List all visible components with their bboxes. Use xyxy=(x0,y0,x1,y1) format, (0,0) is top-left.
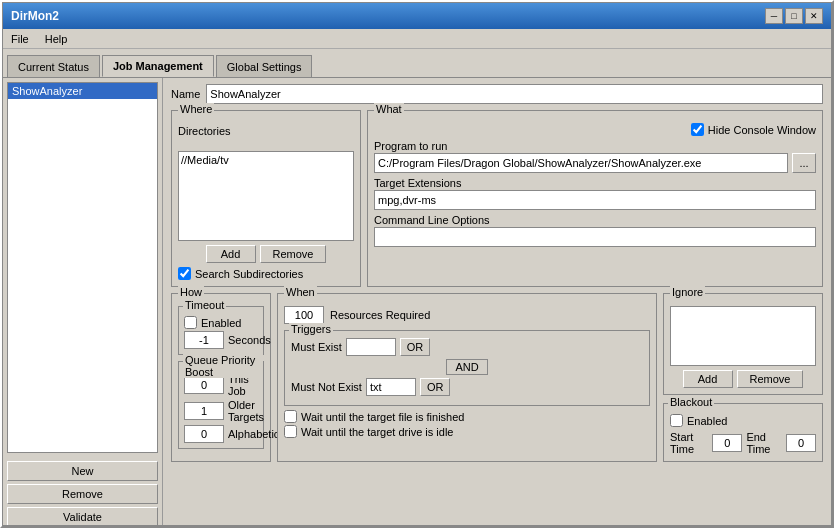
wait-idle-label: Wait until the target drive is idle xyxy=(301,426,453,438)
directories-label: Directories xyxy=(178,125,354,137)
triggers-group: Triggers Must Exist OR AND xyxy=(284,330,650,406)
search-subdirs-row: Search Subdirectories xyxy=(178,267,354,280)
and-label: AND xyxy=(446,359,487,375)
tab-global-settings[interactable]: Global Settings xyxy=(216,55,313,77)
resources-input[interactable] xyxy=(284,306,324,324)
window-frame: DirMon2 ─ □ ✕ File Help Current Status J… xyxy=(0,0,834,528)
ignore-buttons: Add Remove xyxy=(670,370,816,388)
dir-buttons: Add Remove xyxy=(178,245,354,263)
wait-finished-label: Wait until the target file is finished xyxy=(301,411,464,423)
remove-button[interactable]: Remove xyxy=(7,484,158,504)
browse-button[interactable]: ... xyxy=(792,153,816,173)
blackout-start-input[interactable] xyxy=(712,434,742,452)
blackout-end-input[interactable] xyxy=(786,434,816,452)
enabled-label: Enabled xyxy=(201,317,241,329)
this-job-input[interactable] xyxy=(184,376,224,394)
dir-item: //Media/tv xyxy=(181,154,351,166)
blackout-enabled-checkbox[interactable] xyxy=(670,414,683,427)
name-input[interactable] xyxy=(206,84,823,104)
tab-bar: Current Status Job Management Global Set… xyxy=(3,49,831,77)
remove-dir-button[interactable]: Remove xyxy=(260,245,327,263)
dir-list[interactable]: //Media/tv xyxy=(178,151,354,241)
triggers-title: Triggers xyxy=(289,323,333,335)
search-subdirs-label: Search Subdirectories xyxy=(195,268,303,280)
job-list[interactable]: ShowAnalyzer xyxy=(7,82,158,453)
alphabetical-row: Alphabetical xyxy=(184,425,258,443)
window-title: DirMon2 xyxy=(11,9,59,23)
must-exist-input[interactable] xyxy=(346,338,396,356)
validate-button[interactable]: Validate xyxy=(7,507,158,526)
menu-help[interactable]: Help xyxy=(41,33,72,45)
cmd-options-label: Command Line Options xyxy=(374,214,816,226)
alphabetical-input[interactable] xyxy=(184,425,224,443)
timeout-title: Timeout xyxy=(183,299,226,311)
seconds-row: Seconds xyxy=(184,331,258,349)
name-label: Name xyxy=(171,88,200,100)
remove-ignore-button[interactable]: Remove xyxy=(737,370,804,388)
name-row: Name xyxy=(171,84,823,104)
when-title: When xyxy=(284,286,317,298)
enabled-row: Enabled xyxy=(184,316,258,329)
minimize-button[interactable]: ─ xyxy=(765,8,783,24)
hide-console-checkbox[interactable] xyxy=(691,123,704,136)
blackout-inner: Enabled Start Time End Time xyxy=(670,414,816,455)
left-panel: ShowAnalyzer New Remove Validate xyxy=(3,78,163,526)
blackout-enabled-row: Enabled xyxy=(670,414,816,427)
add-dir-button[interactable]: Add xyxy=(206,245,256,263)
timeout-enabled-checkbox[interactable] xyxy=(184,316,197,329)
blackout-title: Blackout xyxy=(668,396,714,408)
tab-job-management[interactable]: Job Management xyxy=(102,55,214,77)
older-targets-input[interactable] xyxy=(184,402,224,420)
queue-inner: This Job Older Targets Alphabetical xyxy=(184,373,258,443)
title-bar: DirMon2 ─ □ ✕ xyxy=(3,3,831,29)
blackout-time-row: Start Time End Time xyxy=(670,431,816,455)
cmd-options-input[interactable] xyxy=(374,227,816,247)
must-exist-or-button[interactable]: OR xyxy=(400,338,431,356)
new-button[interactable]: New xyxy=(7,461,158,481)
program-input[interactable] xyxy=(374,153,788,173)
wait-idle-checkbox[interactable] xyxy=(284,425,297,438)
maximize-button[interactable]: □ xyxy=(785,8,803,24)
hide-console-row: Hide Console Window xyxy=(374,123,816,136)
seconds-label: Seconds xyxy=(228,334,271,346)
wait-idle-row: Wait until the target drive is idle xyxy=(284,425,650,438)
timeout-seconds-input[interactable] xyxy=(184,331,224,349)
wait-finished-row: Wait until the target file is finished xyxy=(284,410,650,423)
menu-bar: File Help xyxy=(3,29,831,49)
wait-rows: Wait until the target file is finished W… xyxy=(284,410,650,438)
blackout-group: Blackout Enabled Start Time End Time xyxy=(663,403,823,462)
and-row: AND xyxy=(291,359,643,375)
target-ext-row xyxy=(374,190,816,210)
must-not-exist-input[interactable] xyxy=(366,378,416,396)
how-group: How Timeout Enabled xyxy=(171,293,271,462)
how-inner: Timeout Enabled Seconds xyxy=(178,306,264,449)
ignore-list[interactable] xyxy=(670,306,816,366)
must-not-exist-row: Must Not Exist OR xyxy=(291,378,643,396)
target-ext-input[interactable] xyxy=(374,190,816,210)
ignore-group: Ignore Add Remove xyxy=(663,293,823,395)
must-exist-label: Must Exist xyxy=(291,341,342,353)
where-group: Where Directories //Media/tv Add Remove … xyxy=(171,110,361,287)
blackout-start-label: Start Time xyxy=(670,431,708,455)
window-inner: DirMon2 ─ □ ✕ File Help Current Status J… xyxy=(2,2,832,526)
tab-current-status[interactable]: Current Status xyxy=(7,55,100,77)
what-title: What xyxy=(374,103,404,115)
how-title: How xyxy=(178,286,204,298)
wait-finished-checkbox[interactable] xyxy=(284,410,297,423)
ignore-inner: Add Remove xyxy=(670,306,816,388)
cmd-options-row xyxy=(374,227,816,247)
add-ignore-button[interactable]: Add xyxy=(683,370,733,388)
must-not-exist-or-button[interactable]: OR xyxy=(420,378,451,396)
when-inner: Resources Required Triggers Must Exist O… xyxy=(284,306,650,438)
timeout-inner: Enabled Seconds xyxy=(184,316,258,349)
when-group: When Resources Required Triggers xyxy=(277,293,657,462)
queue-group: Queue Priority Boost This Job Older Targ… xyxy=(178,361,264,449)
menu-file[interactable]: File xyxy=(7,33,33,45)
blackout-end-label: End Time xyxy=(746,431,782,455)
must-not-exist-label: Must Not Exist xyxy=(291,381,362,393)
search-subdirs-checkbox[interactable] xyxy=(178,267,191,280)
what-inner: Hide Console Window Program to run ... T… xyxy=(374,123,816,247)
job-list-item[interactable]: ShowAnalyzer xyxy=(8,83,157,99)
left-buttons: New Remove Validate xyxy=(7,457,158,526)
close-button[interactable]: ✕ xyxy=(805,8,823,24)
